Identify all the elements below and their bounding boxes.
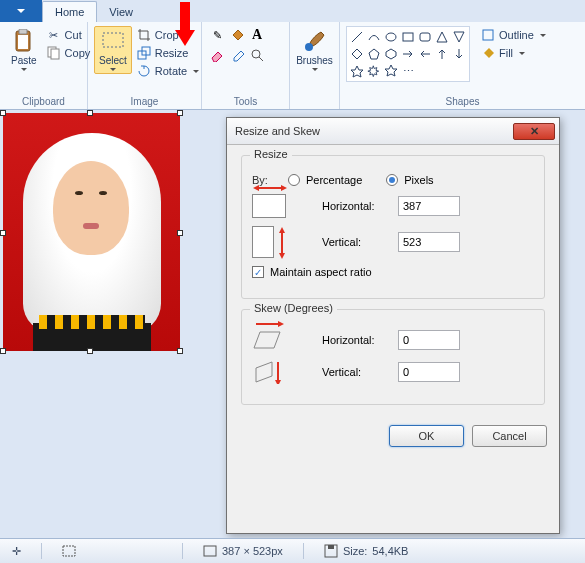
outline-icon <box>480 27 496 43</box>
pixels-label: Pixels <box>404 174 433 186</box>
chevron-down-icon <box>519 52 525 55</box>
disk-icon <box>324 544 338 558</box>
svg-marker-29 <box>279 253 285 259</box>
svg-marker-35 <box>275 380 281 384</box>
skew-vertical-input[interactable] <box>398 362 460 382</box>
fill-button[interactable]: Fill <box>480 44 546 62</box>
brushes-label: Brushes <box>296 55 333 66</box>
chevron-down-icon <box>312 68 318 71</box>
cut-button[interactable]: ✂Cut <box>46 26 91 44</box>
resize-skew-dialog: Resize and Skew ✕ Resize By: Percentage … <box>226 117 560 534</box>
svg-rect-23 <box>483 30 493 40</box>
svg-marker-32 <box>278 321 284 327</box>
svg-rect-39 <box>328 545 334 549</box>
svg-marker-18 <box>369 49 379 59</box>
resize-icon <box>136 45 152 61</box>
brushes-button[interactable]: Brushes <box>291 26 338 74</box>
svg-rect-2 <box>18 35 28 49</box>
group-label-image: Image <box>94 94 195 109</box>
svg-marker-16 <box>454 32 464 42</box>
svg-marker-15 <box>437 32 447 42</box>
svg-marker-20 <box>351 66 363 77</box>
dimensions-icon <box>203 545 217 557</box>
crop-icon <box>136 27 152 43</box>
skew-horizontal-input[interactable] <box>398 330 460 350</box>
fill-icon <box>480 45 496 61</box>
chevron-down-icon <box>21 68 27 71</box>
svg-point-8 <box>252 50 260 58</box>
svg-rect-36 <box>63 546 75 556</box>
select-button[interactable]: Select <box>94 26 132 74</box>
paste-button[interactable]: Paste <box>6 26 42 74</box>
picker-tool[interactable] <box>228 46 246 64</box>
svg-line-9 <box>259 57 263 61</box>
zoom-tool[interactable] <box>248 46 266 64</box>
ok-button[interactable]: OK <box>389 425 464 447</box>
tab-view[interactable]: View <box>97 2 145 22</box>
cancel-button[interactable]: Cancel <box>472 425 547 447</box>
scissors-icon: ✂ <box>46 27 62 43</box>
maintain-ratio-label: Maintain aspect ratio <box>270 266 372 278</box>
percentage-radio[interactable] <box>288 174 300 186</box>
svg-rect-14 <box>420 33 430 41</box>
fill-tool[interactable] <box>228 26 246 44</box>
skew-legend: Skew (Degrees) <box>250 302 337 314</box>
chevron-down-icon <box>540 34 546 37</box>
svg-marker-17 <box>352 49 362 59</box>
group-label-tools: Tools <box>208 94 283 109</box>
tab-home[interactable]: Home <box>42 1 97 22</box>
svg-marker-26 <box>281 185 287 191</box>
vertical-label: Vertical: <box>322 236 392 248</box>
select-label: Select <box>99 55 127 66</box>
svg-marker-21 <box>368 66 379 77</box>
skew-vertical-label: Vertical: <box>322 366 392 378</box>
file-tab[interactable] <box>0 0 42 22</box>
resize-button[interactable]: Resize <box>136 44 199 62</box>
svg-point-10 <box>305 43 313 51</box>
outline-button[interactable]: Outline <box>480 26 546 44</box>
status-bar: ✛ 387 × 523px Size: 54,4KB <box>0 538 585 563</box>
select-icon <box>101 29 125 53</box>
skew-horizontal-label: Horizontal: <box>322 334 392 346</box>
shapes-gallery[interactable]: ⋯ <box>346 26 470 82</box>
text-tool[interactable]: A <box>248 26 266 44</box>
copy-icon <box>46 45 62 61</box>
svg-rect-37 <box>204 546 216 556</box>
svg-marker-19 <box>386 49 396 59</box>
svg-rect-4 <box>51 49 59 59</box>
svg-rect-5 <box>103 33 123 47</box>
eraser-tool[interactable] <box>208 46 226 64</box>
maintain-ratio-checkbox[interactable]: ✓ <box>252 266 264 278</box>
horizontal-label: Horizontal: <box>322 200 392 212</box>
pencil-tool[interactable]: ✎ <box>208 26 226 44</box>
group-label-clipboard: Clipboard <box>6 94 81 109</box>
svg-marker-25 <box>253 185 259 191</box>
svg-marker-22 <box>385 65 397 76</box>
vertical-input[interactable] <box>398 232 460 252</box>
chevron-down-icon <box>110 68 116 71</box>
rotate-button[interactable]: Rotate <box>136 62 199 80</box>
horizontal-icon <box>252 194 286 218</box>
brush-icon <box>303 29 327 53</box>
selection-icon <box>62 545 76 557</box>
rotate-icon <box>136 63 152 79</box>
group-label-shapes: Shapes <box>346 94 579 109</box>
svg-rect-13 <box>403 33 413 41</box>
canvas-image[interactable] <box>3 113 180 351</box>
resize-legend: Resize <box>250 148 292 160</box>
svg-marker-33 <box>256 362 272 382</box>
pixels-radio[interactable] <box>386 174 398 186</box>
close-button[interactable]: ✕ <box>513 123 555 140</box>
skew-horizontal-icon <box>252 328 282 352</box>
status-dimensions: 387 × 523px <box>222 545 283 557</box>
horizontal-input[interactable] <box>398 196 460 216</box>
paste-label: Paste <box>11 55 37 66</box>
chevron-down-icon <box>17 9 25 13</box>
cursor-pos-icon: ✛ <box>12 545 21 558</box>
percentage-label: Percentage <box>306 174 362 186</box>
svg-rect-1 <box>19 29 27 34</box>
dialog-title: Resize and Skew <box>235 125 320 137</box>
vertical-icon <box>252 226 274 258</box>
status-size-label: Size: <box>343 545 367 557</box>
copy-button[interactable]: Copy <box>46 44 91 62</box>
